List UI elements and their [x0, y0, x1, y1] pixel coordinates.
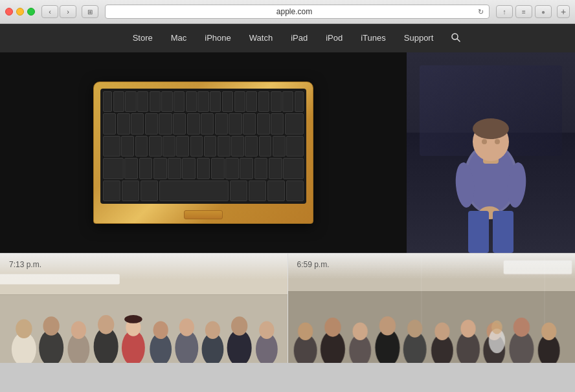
- thumbnail-item-1[interactable]: 7:13 p.m.: [0, 254, 288, 363]
- profile-icon: ●: [541, 8, 545, 16]
- svg-point-36: [259, 321, 274, 339]
- title-bar: ‹ › ⊞ apple.com ↻ ↑ ≡ ● +: [0, 0, 575, 23]
- presenter-background: [407, 52, 575, 253]
- keyboard-area: [100, 89, 306, 204]
- svg-point-53: [434, 323, 449, 340]
- address-bar[interactable]: apple.com ↻: [105, 5, 490, 19]
- back-button[interactable]: ‹: [41, 5, 58, 18]
- svg-rect-12: [468, 211, 489, 253]
- svg-point-61: [541, 323, 556, 340]
- svg-rect-13: [493, 211, 513, 253]
- laptop-body: [93, 82, 313, 224]
- nav-itunes[interactable]: iTunes: [352, 24, 395, 52]
- svg-point-6: [473, 118, 509, 139]
- presenter-video-area: [407, 52, 575, 253]
- svg-point-7: [482, 139, 487, 144]
- profile-button[interactable]: ●: [535, 5, 552, 18]
- forward-icon: ›: [67, 8, 69, 16]
- svg-point-47: [352, 323, 367, 340]
- timestamp-1: 7:13 p.m.: [9, 260, 41, 269]
- nav-support[interactable]: Support: [395, 24, 443, 52]
- thumbnail-item-2[interactable]: 6:59 p.m.: [288, 254, 576, 363]
- share-icon: ↑: [502, 8, 506, 16]
- svg-point-63: [491, 321, 502, 334]
- timestamp-2: 6:59 p.m.: [297, 260, 330, 269]
- svg-point-32: [205, 321, 220, 339]
- thumb-gradient-2: [288, 254, 576, 279]
- presenter-figure: [426, 72, 556, 253]
- hero-area: [0, 52, 575, 253]
- nav-watch[interactable]: Watch: [240, 24, 282, 52]
- nav-store[interactable]: Store: [124, 24, 162, 52]
- traffic-lights: [5, 8, 35, 16]
- thumbnail-strip: 7:13 p.m.: [0, 253, 575, 363]
- touchpad: [184, 210, 223, 219]
- nav-ipod[interactable]: iPod: [317, 24, 352, 52]
- svg-point-49: [379, 316, 395, 336]
- hero-section: [0, 52, 575, 253]
- nav-buttons: ‹ ›: [41, 5, 76, 18]
- svg-point-45: [324, 318, 340, 337]
- svg-point-17: [16, 319, 32, 338]
- browser-chrome: ‹ › ⊞ apple.com ↻ ↑ ≡ ● +: [0, 0, 575, 24]
- tabs-icon: ⊞: [87, 8, 93, 16]
- svg-point-55: [460, 320, 475, 337]
- svg-point-51: [407, 320, 422, 337]
- svg-point-43: [297, 323, 312, 340]
- svg-point-59: [513, 318, 529, 337]
- search-icon: [451, 33, 460, 42]
- svg-line-1: [457, 39, 460, 41]
- apple-navigation: Store Mac iPhone Watch iPad iPod iTunes …: [0, 24, 575, 52]
- thumb-gradient-1: [0, 254, 288, 279]
- laptop-image: [80, 69, 326, 237]
- nav-mac[interactable]: Mac: [162, 24, 196, 52]
- nav-iphone[interactable]: iPhone: [196, 24, 240, 52]
- bookmarks-icon: ≡: [522, 8, 526, 16]
- browser-action-buttons: ↑ ≡ ●: [496, 5, 552, 18]
- svg-point-19: [43, 316, 59, 336]
- back-icon: ‹: [49, 8, 51, 16]
- reload-button[interactable]: ↻: [478, 8, 484, 16]
- search-button[interactable]: [442, 33, 469, 44]
- svg-point-21: [71, 321, 86, 339]
- maximize-button[interactable]: [27, 8, 35, 16]
- forward-button[interactable]: ›: [60, 5, 76, 18]
- share-button[interactable]: ↑: [496, 5, 513, 18]
- minimize-button[interactable]: [16, 8, 24, 16]
- svg-point-34: [231, 316, 247, 336]
- laptop-display-area: [0, 52, 407, 253]
- nav-ipad[interactable]: iPad: [282, 24, 317, 52]
- svg-point-28: [153, 321, 168, 339]
- svg-point-26: [124, 315, 142, 323]
- new-tab-button[interactable]: +: [557, 5, 570, 18]
- svg-point-30: [179, 318, 194, 336]
- bookmarks-button[interactable]: ≡: [515, 5, 532, 18]
- plus-icon: +: [561, 6, 566, 17]
- svg-point-8: [495, 139, 500, 144]
- tab-switcher-button[interactable]: ⊞: [82, 5, 98, 18]
- svg-point-23: [98, 315, 114, 334]
- close-button[interactable]: [5, 8, 13, 16]
- url-text: apple.com: [111, 7, 478, 16]
